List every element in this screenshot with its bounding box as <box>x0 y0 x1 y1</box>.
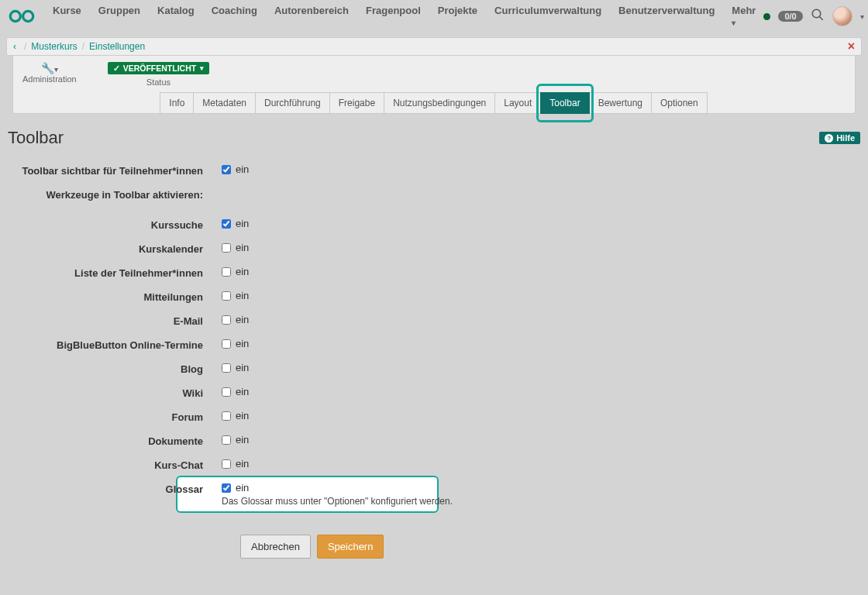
nav-autorenbereich[interactable]: Autorenbereich <box>267 0 356 36</box>
breadcrumb-back-icon[interactable]: ‹ <box>13 41 19 52</box>
help-label: Hilfe <box>836 133 855 143</box>
checkbox-mitteilungen[interactable] <box>222 291 231 301</box>
tab-layout[interactable]: Layout <box>494 92 541 114</box>
nav-links: Kurse Gruppen Katalog Coaching Autorenbe… <box>45 0 763 36</box>
nav-coaching[interactable]: Coaching <box>204 0 265 36</box>
chevron-down-icon: ▾ <box>732 19 735 27</box>
counter-badge[interactable]: 0/0 <box>778 11 802 22</box>
breadcrumb-einstellungen[interactable]: Einstellungen <box>89 41 145 52</box>
tab-toolbar-label: Toolbar <box>549 98 580 108</box>
form-actions: Abbrechen Speichern <box>8 518 860 559</box>
row-mitteilungen: Mitteilungen ein <box>8 290 860 303</box>
search-icon[interactable] <box>811 8 825 26</box>
label-tools-header: Werkzeuge in Toolbar aktivieren: <box>8 187 222 201</box>
label-visible: Toolbar sichtbar für Teilnehmer*innen <box>8 163 222 177</box>
nav-curriculumverwaltung[interactable]: Curriculumverwaltung <box>487 0 609 36</box>
tab-durchfuehrung[interactable]: Durchführung <box>255 92 330 114</box>
row-kurssuche: Kurssuche ein <box>8 218 860 231</box>
tab-optionen[interactable]: Optionen <box>651 92 708 114</box>
onlabel-dokumente: ein <box>236 434 249 445</box>
checkbox-dokumente[interactable] <box>222 435 231 445</box>
nav-katalog[interactable]: Katalog <box>150 0 202 36</box>
row-visible: Toolbar sichtbar für Teilnehmer*innen ei… <box>8 163 860 177</box>
status-badge-text: VERÖFFENTLICHT <box>123 64 197 73</box>
checkbox-forum[interactable] <box>222 411 231 421</box>
label-email: E-Mail <box>8 314 222 327</box>
wrench-icon: 🔧▾ <box>22 62 77 74</box>
label-wiki: Wiki <box>8 386 222 399</box>
onlabel-forum: ein <box>236 410 249 421</box>
label-glossar: Glossar <box>8 482 222 495</box>
label-teilnehmer: Liste der Teilnehmer*innen <box>8 266 222 279</box>
checkbox-teilnehmer[interactable] <box>222 267 231 277</box>
logo-icon[interactable] <box>8 9 36 24</box>
status-column: ✓ VERÖFFENTLICHT ▾ Status <box>108 62 210 87</box>
onlabel-glossar: ein <box>236 482 249 494</box>
label-forum: Forum <box>8 410 222 423</box>
row-blog: Blog ein <box>8 362 860 375</box>
checkbox-email[interactable] <box>222 315 231 325</box>
nav-gruppen[interactable]: Gruppen <box>91 0 148 36</box>
breadcrumb: ‹ / Musterkurs / Einstellungen × <box>6 37 862 56</box>
tab-bewertung[interactable]: Bewertung <box>589 92 652 114</box>
check-icon: ✓ <box>113 64 120 73</box>
page-title: Toolbar <box>8 128 64 148</box>
row-glossar: Glossar ein Das Glossar muss unter "Opti… <box>8 482 860 507</box>
admin-strip: 🔧▾ Administration ✓ VERÖFFENTLICHT ▾ Sta… <box>12 56 856 114</box>
row-kurskalender: Kurskalender ein <box>8 242 860 255</box>
checkbox-visible[interactable] <box>222 165 231 174</box>
breadcrumb-sep: / <box>19 41 31 52</box>
label-bbb: BigBlueButton Online-Termine <box>8 338 222 351</box>
tab-metadaten[interactable]: Metadaten <box>193 92 256 114</box>
nav-right: 0/0 ▾ <box>763 6 863 26</box>
row-email: E-Mail ein <box>8 314 860 327</box>
glossar-hint: Das Glossar muss unter "Optionen" konfig… <box>222 496 453 507</box>
row-bbb: BigBlueButton Online-Termine ein <box>8 338 860 351</box>
onlabel-kurskalender: ein <box>236 242 249 253</box>
save-button[interactable]: Speichern <box>317 535 384 559</box>
row-chat: Kurs-Chat ein <box>8 458 860 471</box>
presence-dot-icon[interactable] <box>763 13 770 20</box>
tab-nutzungsbedingungen[interactable]: Nutzungsbedingungen <box>384 92 495 114</box>
nav-kurse[interactable]: Kurse <box>45 0 89 36</box>
checkbox-kurskalender[interactable] <box>222 243 231 253</box>
help-icon: ? <box>825 134 833 143</box>
label-blog: Blog <box>8 362 222 375</box>
label-kurskalender: Kurskalender <box>8 242 222 255</box>
nav-fragenpool[interactable]: Fragenpool <box>358 0 429 36</box>
page-head: Toolbar ? Hilfe <box>0 114 868 148</box>
avatar[interactable] <box>832 6 852 26</box>
user-menu-caret-icon[interactable]: ▾ <box>860 12 864 21</box>
close-icon[interactable]: × <box>848 40 855 53</box>
checkbox-wiki[interactable] <box>222 387 231 397</box>
onlabel-blog: ein <box>236 362 249 373</box>
tab-toolbar[interactable]: Toolbar <box>540 92 589 114</box>
status-badge[interactable]: ✓ VERÖFFENTLICHT ▾ <box>108 62 210 74</box>
checkbox-kurssuche[interactable] <box>222 219 231 229</box>
cancel-button[interactable]: Abbrechen <box>240 535 311 559</box>
onlabel-email: ein <box>236 314 249 325</box>
nav-mehr[interactable]: Mehr ▾ <box>724 0 763 36</box>
onlabel-teilnehmer: ein <box>236 266 249 277</box>
checkbox-blog[interactable] <box>222 363 231 373</box>
toolbar-form: Toolbar sichtbar für Teilnehmer*innen ei… <box>0 148 868 566</box>
tab-freigabe[interactable]: Freigabe <box>329 92 384 114</box>
nav-benutzerverwaltung[interactable]: Benutzerverwaltung <box>611 0 722 36</box>
nav-projekte[interactable]: Projekte <box>430 0 485 36</box>
label-chat: Kurs-Chat <box>8 458 222 471</box>
administration-label: Administration <box>22 74 77 84</box>
checkbox-glossar[interactable] <box>222 483 231 493</box>
label-dokumente: Dokumente <box>8 434 222 447</box>
onlabel-bbb: ein <box>236 338 249 349</box>
administration-menu[interactable]: 🔧▾ Administration <box>22 62 77 87</box>
row-teilnehmer: Liste der Teilnehmer*innen ein <box>8 266 860 279</box>
breadcrumb-musterkurs[interactable]: Musterkurs <box>31 41 77 52</box>
checkbox-chat[interactable] <box>222 459 231 469</box>
help-button[interactable]: ? Hilfe <box>819 132 860 144</box>
breadcrumb-sep: / <box>78 41 89 52</box>
label-kurssuche: Kurssuche <box>8 218 222 231</box>
tab-info[interactable]: Info <box>160 92 194 114</box>
checkbox-bbb[interactable] <box>222 339 231 349</box>
chevron-down-icon: ▾ <box>200 64 204 72</box>
settings-tabs: Info Metadaten Durchführung Freigabe Nut… <box>13 92 855 114</box>
